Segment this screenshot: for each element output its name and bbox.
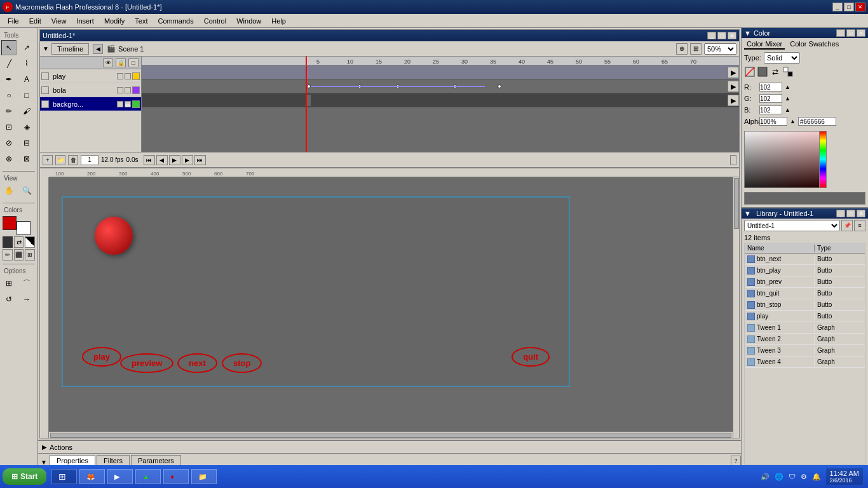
layer-lock-play[interactable] <box>117 73 123 79</box>
add-layer-btn[interactable]: + <box>43 155 53 165</box>
menu-help[interactable]: Help <box>266 16 291 26</box>
doc-close-btn[interactable]: ✕ <box>728 32 736 39</box>
play-btn[interactable]: ▶ <box>169 155 180 165</box>
stroke-mode-btn[interactable]: ✏ <box>3 249 13 261</box>
taskbar-item-5[interactable]: ♦ <box>163 469 189 484</box>
menu-control[interactable]: Control <box>199 16 231 26</box>
doc-minimize-btn[interactable]: _ <box>707 32 716 39</box>
lib-min-btn[interactable]: _ <box>836 210 845 217</box>
taskbar-item-4[interactable]: ▲ <box>135 469 161 484</box>
lasso-tool[interactable]: ⌇ <box>19 56 34 71</box>
layer-bola[interactable]: bola <box>40 83 141 97</box>
color-panel-max-btn[interactable]: □ <box>846 29 855 37</box>
alpha-up-arrow[interactable]: ▲ <box>790 118 796 125</box>
layer-lock-bg[interactable] <box>117 101 123 107</box>
r-input[interactable] <box>759 83 782 92</box>
menu-edit[interactable]: Edit <box>24 16 46 26</box>
step-fwd-btn[interactable]: ▶ <box>182 155 193 165</box>
fill-mode-btn[interactable]: ⬛ <box>14 249 24 261</box>
color-mixer-tab[interactable]: Color Mixer <box>744 39 785 50</box>
fill-tool[interactable]: ◈ <box>19 119 34 135</box>
zoom-tool[interactable]: 🔍 <box>19 183 34 198</box>
doc-restore-btn[interactable]: □ <box>717 32 726 39</box>
arrow-tool[interactable]: ↖ <box>1 40 17 55</box>
oval-tool[interactable]: ○ <box>1 88 17 103</box>
prev-scene-btn[interactable]: ◀ <box>93 44 103 54</box>
color-gradient-picker[interactable] <box>744 131 820 188</box>
lib-item-tween4[interactable]: Tween 4 Graph <box>745 356 865 368</box>
system-clock[interactable]: 11:42 AM 2/6/2016 <box>826 468 863 485</box>
ink-bottle-tool[interactable]: ⊘ <box>1 135 17 151</box>
stage-btn-quit[interactable]: quit <box>512 347 550 367</box>
eyedropper-tool[interactable]: ⊕ <box>1 151 17 166</box>
swap-colors-btn[interactable]: ⇄ <box>14 236 24 248</box>
goto-last-btn[interactable]: ⏭ <box>194 155 206 165</box>
layer-outline-play[interactable] <box>125 73 131 79</box>
menu-window[interactable]: Window <box>231 16 266 26</box>
straighten-option[interactable]: → <box>19 292 34 307</box>
frame-number-input[interactable]: 1 <box>81 155 98 165</box>
color-swap-tool[interactable]: ⇄ <box>770 66 781 78</box>
properties-help-btn[interactable]: ? <box>731 456 741 466</box>
layer-visibility-play[interactable] <box>41 72 49 80</box>
actions-label[interactable]: Actions <box>50 444 72 451</box>
hex-input[interactable] <box>798 117 836 126</box>
center-frame-btn[interactable]: ⊕ <box>676 43 688 55</box>
hand-tool[interactable]: ✋ <box>1 183 17 198</box>
no-color-btn[interactable] <box>25 236 35 248</box>
line-tool[interactable]: ╱ <box>1 56 17 71</box>
fill-color-swatch[interactable] <box>17 221 31 235</box>
eraser-tool[interactable]: ⊠ <box>19 151 34 166</box>
taskbar-item-6[interactable]: 📁 <box>191 469 217 484</box>
lib-item-tween1[interactable]: Tween 1 Graph <box>745 322 865 334</box>
lib-item-btn-quit[interactable]: btn_quit Butto <box>745 288 865 299</box>
subselect-tool[interactable]: ↗ <box>19 40 34 55</box>
layer-visibility-bg[interactable] <box>41 100 49 108</box>
hue-bar[interactable] <box>819 131 827 188</box>
lib-item-tween3[interactable]: Tween 3 Graph <box>745 345 865 356</box>
stage-btn-stop[interactable]: stop <box>222 353 262 373</box>
goto-first-btn[interactable]: ⏮ <box>144 155 155 165</box>
smooth-option[interactable]: ⌒ <box>19 276 34 291</box>
zoom-select[interactable]: 50%25%100% <box>704 43 736 55</box>
lib-max-btn[interactable]: □ <box>846 210 855 217</box>
both-mode-btn[interactable]: ⊞ <box>25 249 35 261</box>
lib-item-play[interactable]: play Butto <box>745 311 865 322</box>
h-scrollbar[interactable] <box>49 431 733 438</box>
lib-item-btn-prev[interactable]: btn_prev Butto <box>745 276 865 288</box>
color-panel-close-btn[interactable]: ✕ <box>857 29 865 37</box>
tab-filters[interactable]: Filters <box>97 455 130 466</box>
lib-item-tween2[interactable]: Tween 2 Graph <box>745 334 865 345</box>
r-up-arrow[interactable]: ▲ <box>785 84 790 90</box>
menu-file[interactable]: File <box>3 16 24 26</box>
text-tool[interactable]: A <box>19 72 34 87</box>
menu-view[interactable]: View <box>46 16 72 26</box>
b-up-arrow[interactable]: ▲ <box>785 107 790 113</box>
lib-dropdown[interactable]: Untitled-1 <box>744 220 840 231</box>
lock-icon[interactable]: 🔒 <box>116 58 126 67</box>
stage-btn-play[interactable]: play <box>82 347 121 367</box>
frames-bg-end[interactable]: ▶ <box>728 95 739 106</box>
lib-item-btn-play[interactable]: btn_play Butto <box>745 265 865 276</box>
stroke-color-tool[interactable] <box>744 66 756 78</box>
lib-col-name[interactable]: Name <box>745 245 815 252</box>
stage-scroll[interactable]: play preview next stop quit <box>49 177 733 438</box>
color-bw-tool[interactable] <box>782 66 794 78</box>
snap-option[interactable]: ⊞ <box>1 276 17 291</box>
rotate-option[interactable]: ↺ <box>1 292 17 307</box>
minimize-button[interactable]: _ <box>832 3 843 11</box>
pencil-tool[interactable]: ✏ <box>1 104 17 119</box>
add-folder-btn[interactable]: 📁 <box>55 155 65 165</box>
start-button[interactable]: ⊞ Start <box>3 468 46 485</box>
menu-modify[interactable]: Modify <box>99 16 130 26</box>
eye-icon[interactable]: 👁 <box>103 58 113 67</box>
pen-tool[interactable]: ✒ <box>1 72 17 87</box>
paint-bucket-tool[interactable]: ⊟ <box>19 135 34 151</box>
alpha-input[interactable] <box>759 117 787 126</box>
lib-collapse-icon[interactable]: ▼ <box>744 210 751 217</box>
lib-item-btn-stop[interactable]: btn_stop Butto <box>745 299 865 311</box>
tab-parameters[interactable]: Parameters <box>131 455 181 466</box>
stroke-color-swatch[interactable] <box>3 216 17 230</box>
g-up-arrow[interactable]: ▲ <box>785 95 790 102</box>
color-panel-collapse[interactable]: ▼ <box>744 29 751 37</box>
